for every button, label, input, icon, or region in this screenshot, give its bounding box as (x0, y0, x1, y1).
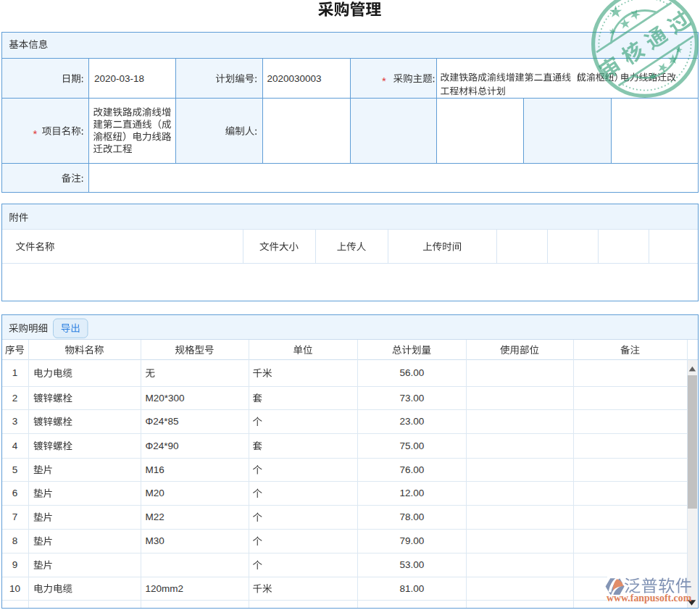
svg-text:2020-03-18: 2020-03-18 (94, 73, 144, 84)
svg-text:73.00: 73.00 (400, 393, 425, 404)
svg-text:Φ24*85: Φ24*85 (146, 416, 179, 427)
svg-text:2020030003: 2020030003 (267, 73, 322, 84)
svg-text:12.00: 12.00 (400, 488, 425, 498)
svg-text:M20: M20 (146, 488, 164, 498)
svg-text:5: 5 (12, 464, 18, 475)
svg-text:*: * (382, 75, 386, 87)
svg-text:Φ24*90: Φ24*90 (146, 440, 179, 451)
svg-text:9: 9 (12, 559, 18, 570)
svg-text:76.00: 76.00 (400, 464, 425, 475)
svg-text:6: 6 (12, 488, 18, 498)
svg-text:M20*300: M20*300 (146, 393, 185, 404)
svg-text:75.00: 75.00 (400, 440, 425, 451)
svg-text:79.00: 79.00 (400, 535, 425, 546)
svg-text:10: 10 (9, 583, 20, 594)
svg-text:M22: M22 (146, 511, 164, 522)
svg-text:www.fanpusoft.com: www.fanpusoft.com (607, 593, 692, 603)
svg-text:120mm2: 120mm2 (146, 583, 184, 594)
svg-text:1: 1 (12, 367, 18, 378)
svg-text:*: * (33, 128, 38, 140)
svg-text:53.00: 53.00 (400, 559, 425, 570)
svg-text:3: 3 (12, 416, 18, 427)
svg-text:2: 2 (12, 393, 18, 404)
svg-text:56.00: 56.00 (400, 367, 425, 378)
svg-text:81.00: 81.00 (400, 583, 425, 594)
svg-text:M16: M16 (146, 464, 164, 475)
svg-text:8: 8 (12, 535, 18, 546)
svg-text:M30: M30 (146, 535, 164, 546)
svg-text:78.00: 78.00 (400, 511, 425, 522)
svg-text:4: 4 (12, 440, 18, 451)
svg-text:23.00: 23.00 (400, 416, 425, 427)
svg-text:7: 7 (12, 511, 18, 522)
